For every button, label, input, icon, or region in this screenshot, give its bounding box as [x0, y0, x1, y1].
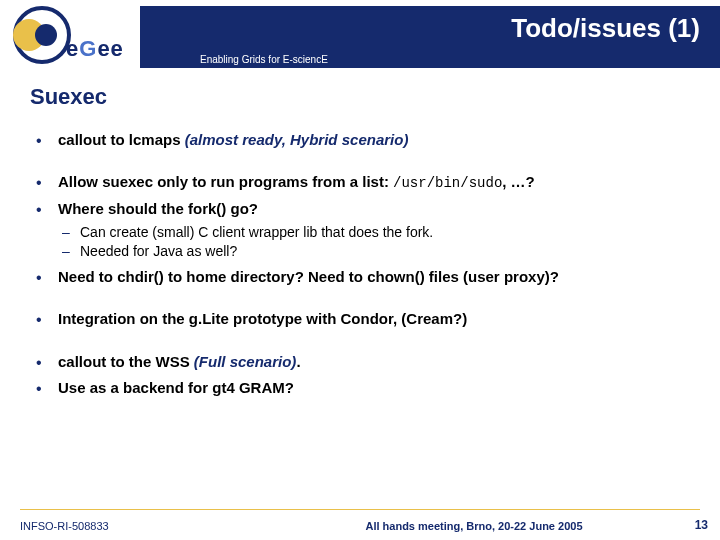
slide: Todo/issues (1) Enabling Grids for E-sci… [0, 0, 720, 540]
bullet-6: callout to the WSS (Full scenario). [30, 352, 690, 372]
sub-1: Can create (small) C client wrapper lib … [58, 223, 690, 242]
logo-g: G [79, 36, 97, 61]
bullet-3-sublist: Can create (small) C client wrapper lib … [58, 223, 690, 261]
subtitle-band: Enabling Grids for E-sciencE [140, 50, 720, 68]
bullet-6-dot: . [296, 353, 300, 370]
slide-subtitle: Enabling Grids for E-sciencE [200, 54, 328, 65]
bullet-5: Integration on the g.Lite prototype with… [30, 309, 690, 329]
bullet-2-bold: Allow suexec only to run programs from a… [58, 173, 393, 190]
bullet-1: callout to lcmaps (almost ready, Hybrid … [30, 130, 690, 150]
bullet-3: Where should the fork() go? Can create (… [30, 199, 690, 261]
bullet-list: callout to lcmaps (almost ready, Hybrid … [30, 130, 690, 398]
bullet-4: Need to chdir() to home directory? Need … [30, 267, 690, 287]
bullet-1-prefix: callout to lcmaps [58, 131, 185, 148]
svg-point-2 [35, 24, 57, 46]
egee-logo: eGee [8, 6, 168, 66]
bullet-2-code: /usr/bin/sudo [393, 175, 502, 191]
body: Suexec callout to lcmaps (almost ready, … [30, 84, 690, 500]
bullet-3-text: Where should the fork() go? [58, 200, 258, 217]
logo-ee: ee [97, 36, 123, 61]
footer-center: All hands meeting, Brno, 20-22 June 2005 [20, 520, 708, 532]
slide-title: Todo/issues (1) [511, 13, 700, 44]
bullet-7: Use as a backend for gt4 GRAM? [30, 378, 690, 398]
bullet-6-prefix: callout to the WSS [58, 353, 194, 370]
bullet-4-text: Need to chdir() to home directory? Need … [58, 268, 559, 285]
bullet-5-text: Integration on the g.Lite prototype with… [58, 310, 467, 327]
bullet-7-text: Use as a backend for gt4 GRAM? [58, 379, 294, 396]
section-heading: Suexec [30, 84, 690, 110]
sub-2: Needed for Java as well? [58, 242, 690, 261]
footer-page-number: 13 [695, 518, 708, 532]
bullet-1-ital: (almost ready, Hybrid scenario) [185, 131, 409, 148]
footer: INFSO-RI-508833 All hands meeting, Brno,… [20, 510, 708, 532]
logo-e1: e [66, 36, 79, 61]
title-band: Todo/issues (1) [140, 6, 720, 50]
bullet-6-ital: (Full scenario) [194, 353, 297, 370]
bullet-2-rest: , …? [502, 173, 535, 190]
bullet-2: Allow suexec only to run programs from a… [30, 172, 690, 193]
logo-text: eGee [66, 36, 124, 62]
header: Todo/issues (1) Enabling Grids for E-sci… [0, 0, 720, 70]
